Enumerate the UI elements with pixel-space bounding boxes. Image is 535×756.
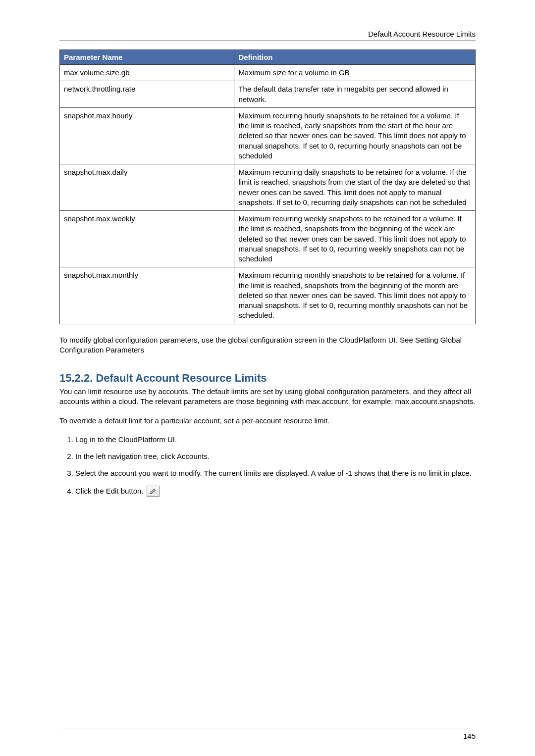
col-header-param: Parameter Name [60,50,234,65]
section-intro: You can limit resource use by accounts. … [59,387,476,407]
table-row: max.volume.size.gb Maximum size for a vo… [60,65,476,81]
step-4-text: Click the Edit button. [75,486,144,496]
param-definition: Maximum recurring hourly snapshots to be… [234,107,476,164]
param-name: network.throttling.rate [60,81,234,108]
param-name: max.volume.size.gb [60,65,234,81]
section-override: To override a default limit for a partic… [59,416,476,426]
edit-icon [147,486,160,497]
param-name: snapshot.max.monthly [60,267,234,324]
list-item: In the left navigation tree, click Accou… [75,452,476,461]
table-header-row: Parameter Name Definition [60,50,476,65]
running-header: Default Account Resource Limits [59,30,476,41]
list-item: Select the account you want to modify. T… [75,468,476,478]
col-header-definition: Definition [234,50,476,65]
table-row: snapshot.max.hourly Maximum recurring ho… [60,107,476,164]
table-row: snapshot.max.monthly Maximum recurring m… [60,267,476,324]
param-definition: The default data transfer rate in megabi… [234,81,476,108]
section-heading: 15.2.2. Default Account Resource Limits [59,372,476,385]
list-item: Click the Edit button. [75,486,476,497]
list-item: Log in to the CloudPlatform UI. [75,435,476,445]
param-name: snapshot.max.weekly [60,211,234,267]
steps-list: Log in to the CloudPlatform UI. In the l… [59,435,476,497]
param-definition: Maximum recurring weekly snapshots to be… [234,211,476,267]
param-name: snapshot.max.daily [60,164,234,211]
table-row: snapshot.max.weekly Maximum recurring we… [60,211,476,267]
footer-rule [59,728,476,728]
page-number: 145 [463,732,476,740]
param-definition: Maximum recurring daily snapshots to be … [234,164,476,211]
param-definition: Maximum recurring monthly snapshots to b… [234,267,476,324]
param-name: snapshot.max.hourly [60,107,234,164]
after-table-paragraph: To modify global configuration parameter… [59,335,476,355]
param-definition: Maximum size for a volume in GB [234,65,476,81]
parameters-table: Parameter Name Definition max.volume.siz… [59,50,476,324]
table-row: snapshot.max.daily Maximum recurring dai… [60,164,476,211]
table-row: network.throttling.rate The default data… [60,81,476,108]
